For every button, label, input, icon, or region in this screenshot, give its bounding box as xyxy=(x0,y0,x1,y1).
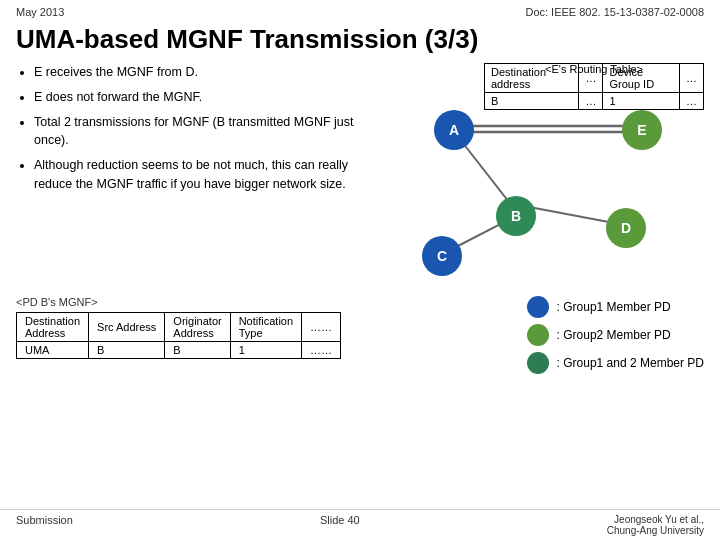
legend-label-group1: : Group1 Member PD xyxy=(557,300,671,314)
bottom-section: <PD B's MGNF> DestinationAddress Src Add… xyxy=(0,296,720,374)
mgnf-row-orig: B xyxy=(165,342,230,359)
mgnf-table: DestinationAddress Src Address Originato… xyxy=(16,312,341,359)
svg-text:E: E xyxy=(637,122,646,138)
mgnf-header-dest: DestinationAddress xyxy=(17,313,89,342)
mgnf-header-dots: …… xyxy=(302,313,341,342)
svg-text:D: D xyxy=(621,220,631,236)
legend-label-group12: : Group1 and 2 Member PD xyxy=(557,356,704,370)
mgnf-row-dots: …… xyxy=(302,342,341,359)
svg-line-2 xyxy=(459,138,512,206)
right-panel: <E's Routing Table> Destination address … xyxy=(364,63,704,288)
rt-row-device: 1 xyxy=(603,93,680,110)
legend-group12: : Group1 and 2 Member PD xyxy=(527,352,704,374)
footer-right: Jeongseok Yu et al., Chung-Ang Universit… xyxy=(607,514,704,536)
bullet-2: E does not forward the MGNF. xyxy=(34,88,354,107)
mgnf-header-orig: OriginatorAddress xyxy=(165,313,230,342)
legend-circle-group1 xyxy=(527,296,549,318)
header-right: Doc: IEEE 802. 15-13-0387-02-0008 xyxy=(525,6,704,18)
legend-label-group2: : Group2 Member PD xyxy=(557,328,671,342)
rt-header-device: Device Group ID xyxy=(603,64,680,93)
svg-text:C: C xyxy=(437,248,447,264)
mgnf-row-src: B xyxy=(89,342,165,359)
rt-row-dest: B xyxy=(485,93,579,110)
legend-circle-group12 xyxy=(527,352,549,374)
svg-text:A: A xyxy=(449,122,459,138)
rt-row-dots2: … xyxy=(679,93,703,110)
mgnf-row-notif: 1 xyxy=(230,342,301,359)
routing-table: Destination address … Device Group ID … … xyxy=(484,63,704,110)
legend-group1: : Group1 Member PD xyxy=(527,296,704,318)
rt-header-dots1: … xyxy=(579,64,603,93)
mgnf-header-src: Src Address xyxy=(89,313,165,342)
page-title: UMA-based MGNF Transmission (3/3) xyxy=(0,20,720,63)
footer-right-line2: Chung-Ang University xyxy=(607,525,704,536)
footer-right-line1: Jeongseok Yu et al., xyxy=(607,514,704,525)
footer-left: Submission xyxy=(16,514,73,536)
rt-header-dots2: … xyxy=(679,64,703,93)
bullet-1: E receives the MGNF from D. xyxy=(34,63,354,82)
left-panel: E receives the MGNF from D. E does not f… xyxy=(16,63,354,288)
rt-header-dest: Destination address xyxy=(485,64,579,93)
svg-line-3 xyxy=(524,206,614,223)
legend-circle-group2 xyxy=(527,324,549,346)
legend-group2: : Group2 Member PD xyxy=(527,324,704,346)
svg-text:B: B xyxy=(511,208,521,224)
bullet-list: E receives the MGNF from D. E does not f… xyxy=(16,63,354,194)
bullet-4: Although reduction seems to be not much,… xyxy=(34,156,354,194)
footer-center: Slide 40 xyxy=(320,514,360,536)
mgnf-header-notif: NotificationType xyxy=(230,313,301,342)
footer: Submission Slide 40 Jeongseok Yu et al.,… xyxy=(0,509,720,540)
header-left: May 2013 xyxy=(16,6,64,18)
legend-section: : Group1 Member PD : Group2 Member PD : … xyxy=(527,296,704,374)
pd-label: <PD B's MGNF> xyxy=(16,296,341,308)
mgnf-row-dest: UMA xyxy=(17,342,89,359)
rt-row-dots1: … xyxy=(579,93,603,110)
bullet-3: Total 2 transmissions for MGNF (B transm… xyxy=(34,113,354,151)
